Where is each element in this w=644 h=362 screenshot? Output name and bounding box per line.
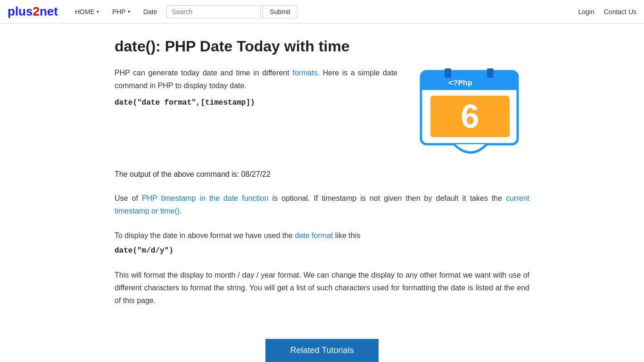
page-title: date(): PHP Date Today with time [115,38,529,55]
php-dropdown-icon: ▾ [128,9,130,14]
logo[interactable]: plus2net [8,4,58,19]
date-format-paragraph: To display the date in above format we h… [115,229,529,257]
output-line: The output of the above command is: 08/2… [115,168,529,181]
date-syntax-code: date("date format",[timestamp]) [115,97,397,109]
login-link[interactable]: Login [578,8,594,16]
timestamp-paragraph: Use of PHP timestamp in the date functio… [115,192,529,217]
nav-right: Login Contact Us [578,8,636,16]
format-explanation: This will format the display to month / … [115,269,529,307]
contact-link[interactable]: Contact Us [604,8,636,16]
nav-home[interactable]: HOME ▾ [69,5,105,18]
search-area: Submit [166,5,297,18]
home-dropdown-icon: ▾ [97,9,99,14]
svg-rect-3 [445,68,451,78]
calendar-image: 6 <?Php [412,66,529,154]
svg-rect-4 [487,68,494,78]
date-format-code: date("m/d/y") [115,245,529,257]
navbar: plus2net HOME ▾ PHP ▾ Date Submit Login … [0,0,644,24]
calendar-svg: 6 <?Php [416,66,525,154]
main-content: date(): PHP Date Today with time PHP can… [105,24,539,334]
nav-links: HOME ▾ PHP ▾ Date [69,5,163,18]
logo-net: net [40,4,58,19]
timestamp-link[interactable]: PHP timestamp in the date function [142,194,268,202]
logo-plus: plus [8,4,33,19]
intro-text: PHP can generate today date and time in … [115,66,397,110]
nav-php[interactable]: PHP ▾ [107,5,136,18]
formats-link[interactable]: formats [292,69,317,77]
svg-text:<?Php: <?Php [448,79,472,88]
date-format-link[interactable]: date format [295,231,333,239]
logo-2: 2 [33,4,39,19]
search-submit-button[interactable]: Submit [263,5,297,18]
nav-date[interactable]: Date [138,5,163,18]
intro-text-1: PHP can generate today date and time in … [115,69,292,77]
svg-text:6: 6 [461,98,479,135]
search-input[interactable] [166,5,261,18]
intro-section: PHP can generate today date and time in … [115,66,529,154]
